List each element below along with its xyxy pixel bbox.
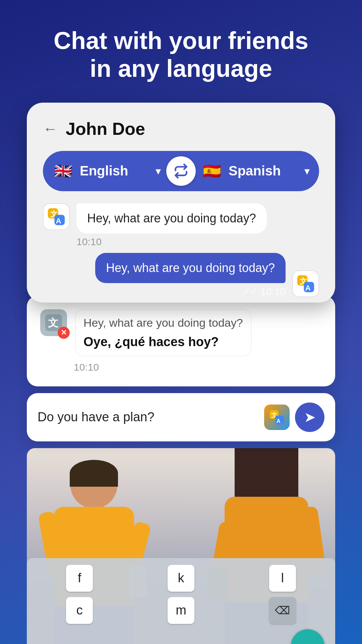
header-section: Chat with your friends in any language — [0, 0, 362, 103]
key-f[interactable]: f — [66, 565, 93, 592]
target-flag: 🇪🇸 — [201, 160, 223, 182]
translation-original-text: Hey, what are you doing today? — [83, 316, 243, 329]
incoming-bubble-1: Hey, what are you doing today? — [76, 203, 267, 233]
outgoing-time-1: ✓✓ 10:10 — [95, 286, 286, 297]
message-input[interactable]: Do you have a plan? — [38, 410, 257, 424]
input-area-card: Do you have a plan? 文 A ➤ — [27, 393, 335, 441]
key-c[interactable]: c — [66, 597, 93, 624]
enter-key[interactable]: › — [291, 629, 324, 644]
target-language-name: Spanish — [229, 163, 281, 178]
swap-icon — [174, 164, 188, 178]
header-title-line2: in any language — [90, 55, 272, 82]
key-k[interactable]: k — [168, 565, 194, 592]
translate-message-button[interactable]: 文 A — [264, 405, 290, 430]
send-message-button[interactable]: ➤ — [295, 402, 324, 432]
svg-text:文: 文 — [48, 317, 58, 329]
translate-avatar-outgoing: 文 A — [292, 270, 319, 297]
key-m[interactable]: m — [168, 597, 194, 624]
backspace-key[interactable]: ⌫ — [269, 597, 296, 624]
source-language-name: English — [80, 163, 128, 178]
incoming-message-1: 文 A Hey, what are you doing today? 10:10 — [43, 203, 319, 248]
source-language-selector[interactable]: 🇬🇧 English ▾ — [52, 160, 161, 182]
svg-text:A: A — [305, 283, 311, 292]
incoming-text-1: Hey, what are you doing today? — [87, 211, 256, 225]
header-title-line1: Chat with your friends — [54, 27, 308, 54]
svg-text:A: A — [56, 216, 61, 225]
messages-area: 文 A Hey, what are you doing today? 10:10… — [43, 203, 319, 297]
outgoing-bubble-1: Hey, what are you doing today? — [95, 253, 286, 283]
target-language-chevron-icon: ▾ — [304, 165, 310, 177]
translation-bubble: Hey, what are you doing today? Oye, ¿qué… — [75, 309, 251, 356]
source-flag: 🇬🇧 — [52, 160, 74, 182]
swap-languages-button[interactable] — [166, 156, 196, 186]
contact-name: John Doe — [66, 119, 145, 139]
error-x-icon: ✕ — [58, 327, 70, 339]
translation-translated-text: Oye, ¿qué haces hoy? — [83, 335, 243, 349]
translate-avatar-incoming: 文 A — [43, 203, 70, 230]
people-photo-area: f k l c m ⌫ › — [27, 448, 335, 644]
target-language-selector[interactable]: 🇪🇸 Spanish ▾ — [201, 160, 310, 182]
source-language-chevron-icon: ▾ — [156, 165, 161, 177]
incoming-time-1: 10:10 — [76, 236, 267, 248]
language-bar: 🇬🇧 English ▾ 🇪🇸 Spanish ▾ — [43, 151, 319, 191]
translate-error-icon: 文 ✕ — [40, 309, 67, 336]
svg-text:A: A — [277, 418, 281, 424]
keyboard-area: f k l c m ⌫ › — [27, 558, 335, 644]
send-icon: ➤ — [304, 409, 316, 425]
input-actions: 文 A ➤ — [264, 402, 324, 432]
translation-popup-card: 文 ✕ Hey, what are you doing today? Oye, … — [27, 296, 335, 386]
key-l[interactable]: l — [269, 565, 296, 592]
chat-header: ← John Doe — [43, 119, 319, 151]
chat-card: ← John Doe 🇬🇧 English ▾ 🇪🇸 Spanish ▾ — [27, 103, 335, 303]
translation-time: 10:10 — [74, 362, 322, 373]
read-receipts-icon: ✓✓ — [243, 286, 258, 297]
outgoing-message-1: Hey, what are you doing today? ✓✓ 10:10 … — [43, 253, 319, 297]
back-button[interactable]: ← — [43, 120, 58, 137]
outgoing-text-1: Hey, what are you doing today? — [106, 261, 275, 275]
translate-icon-outgoing: 文 A — [296, 274, 315, 293]
translate-icon: 文 A — [47, 207, 66, 226]
